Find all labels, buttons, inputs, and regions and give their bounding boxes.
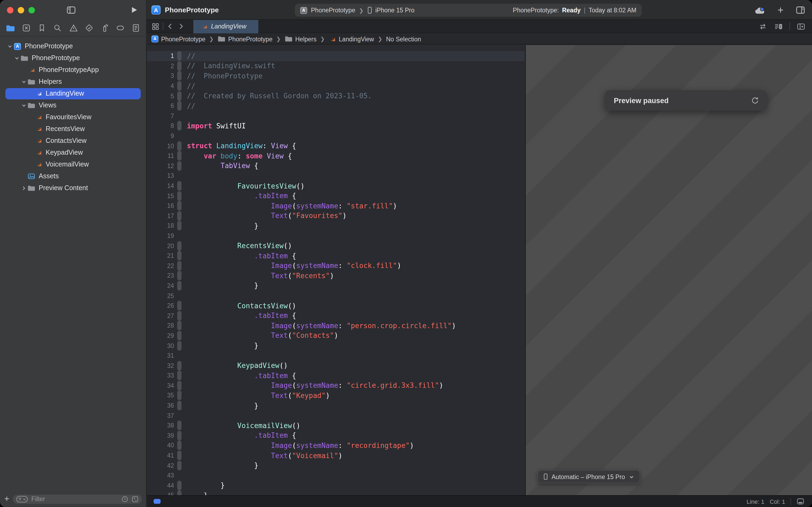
code-line-43[interactable]: 43 (147, 470, 525, 481)
sidebar-item-phoneprototype[interactable]: PhonePrototype (0, 52, 146, 64)
cloud-activity-icon[interactable] (754, 6, 766, 14)
code-line-13[interactable]: 13 (147, 171, 525, 181)
code-line-12[interactable]: 12 TabView { (147, 161, 525, 171)
close-window-button[interactable] (7, 7, 13, 13)
code-line-36[interactable]: 36 } (147, 401, 525, 410)
code-line-37[interactable]: 37 (147, 410, 525, 420)
tab-landingview[interactable]: LandingView (193, 19, 258, 33)
sidebar-item-contactsview[interactable]: ContactsView (0, 135, 146, 147)
breadcrumb-item-helpers[interactable]: Helpers (285, 36, 316, 43)
code-line-20[interactable]: 20 RecentsView() (147, 241, 525, 251)
sidebar-item-landingview[interactable]: LandingView (0, 88, 146, 99)
sidebar-item-views[interactable]: Views (0, 99, 146, 111)
navigator-toggle-icon[interactable] (66, 5, 76, 15)
code-line-9[interactable]: 9 (147, 131, 525, 141)
tests-navigator-icon[interactable] (84, 23, 94, 33)
code-line-32[interactable]: 32 KeypadView() (147, 361, 525, 371)
code-line-35[interactable]: 35 Text("Keypad") (147, 390, 525, 400)
sidebar-item-keypadview[interactable]: KeypadView (0, 147, 146, 158)
scheme-project-button[interactable]: PhonePrototype (311, 7, 355, 13)
code-line-25[interactable]: 25 (147, 291, 525, 301)
code-line-11[interactable]: 11 var body: some View { (147, 151, 525, 161)
disclosure-chevron-icon[interactable] (21, 185, 26, 190)
filter-field[interactable]: Filter (13, 494, 142, 504)
sidebar-item-preview-content[interactable]: Preview Content (0, 182, 146, 194)
sidebar-item-recentsview[interactable]: RecentsView (0, 123, 146, 135)
zoom-window-button[interactable] (28, 7, 35, 13)
editor-options-icon[interactable] (774, 22, 783, 30)
add-file-button[interactable]: + (4, 494, 9, 504)
run-destination-button[interactable]: iPhone 15 Pro (375, 7, 415, 13)
code-line-31[interactable]: 31 (147, 351, 525, 361)
code-line-26[interactable]: 26 ContactsView() (147, 301, 525, 311)
reports-navigator-icon[interactable] (131, 23, 141, 33)
code-line-4[interactable]: 4// (147, 81, 525, 91)
disclosure-chevron-icon[interactable] (21, 79, 26, 84)
code-line-38[interactable]: 38 VoicemailView() (147, 420, 525, 431)
code-review-icon[interactable] (758, 22, 767, 30)
code-line-2[interactable]: 2// LandingView.swift (147, 61, 525, 71)
code-line-27[interactable]: 27 .tabItem { (147, 311, 525, 321)
editor-grid-view-icon[interactable] (152, 22, 160, 30)
code-line-10[interactable]: 10struct LandingView: View { (147, 141, 525, 151)
sidebar-item-voicemailview[interactable]: VoicemailView (0, 158, 146, 170)
bookmarks-navigator-icon[interactable] (37, 23, 47, 33)
disclosure-chevron-icon[interactable] (21, 103, 26, 108)
breakpoint-toggle-icon[interactable] (154, 499, 161, 504)
sidebar-item-favouritesview[interactable]: FavouritesView (0, 111, 146, 123)
code-line-41[interactable]: 41 Text("Voicemail") (147, 451, 525, 460)
code-line-21[interactable]: 21 .tabItem { (147, 251, 525, 261)
code-line-44[interactable]: 44 } (147, 481, 525, 490)
code-line-30[interactable]: 30 } (147, 340, 525, 350)
code-line-42[interactable]: 42 } (147, 460, 525, 470)
breadcrumb-item-phoneprototype[interactable]: PhonePrototype (218, 36, 273, 43)
code-line-34[interactable]: 34 Image(systemName: "circle.grid.3x3.fi… (147, 381, 525, 390)
breadcrumb-item-landingview[interactable]: LandingView (329, 35, 374, 43)
disclosure-chevron-icon[interactable] (14, 56, 19, 60)
source-editor[interactable]: 1//2// LandingView.swift3// PhonePrototy… (147, 45, 525, 495)
activity-status[interactable]: PhonePrototype: Ready | Today at 8:02 AM (513, 7, 636, 13)
code-line-39[interactable]: 39 .tabItem { (147, 431, 525, 440)
code-line-40[interactable]: 40 Image(systemName: "recordingtape") (147, 440, 525, 450)
code-line-28[interactable]: 28 Image(systemName: "person.crop.circle… (147, 321, 525, 331)
debug-navigator-icon[interactable] (100, 23, 110, 33)
code-line-33[interactable]: 33 .tabItem { (147, 371, 525, 381)
project-navigator-icon[interactable] (5, 23, 15, 33)
breakpoints-navigator-icon[interactable] (115, 23, 125, 33)
recent-files-clock-icon[interactable] (121, 496, 128, 502)
preview-device-selector[interactable]: Automatic – iPhone 15 Pro (537, 470, 640, 484)
code-line-29[interactable]: 29 Text("Contacts") (147, 331, 525, 340)
sidebar-item-helpers[interactable]: Helpers (0, 76, 146, 88)
sidebar-item-phoneprototypeapp[interactable]: PhonePrototypeApp (0, 64, 146, 76)
code-line-8[interactable]: 8import SwiftUI (147, 121, 525, 131)
breadcrumb-item-no-selection[interactable]: No Selection (386, 36, 421, 42)
editor-layout-icon[interactable] (797, 498, 805, 505)
split-editor-icon[interactable] (797, 22, 806, 30)
back-button[interactable] (167, 22, 174, 30)
issues-navigator-icon[interactable] (68, 23, 78, 33)
sidebar-item-phoneprototype[interactable]: APhonePrototype (0, 40, 146, 52)
code-line-6[interactable]: 6// (147, 101, 525, 111)
code-line-45[interactable]: 45 } (147, 490, 525, 495)
code-line-5[interactable]: 5// Created by Russell Gordon on 2023-11… (147, 91, 525, 101)
code-line-14[interactable]: 14 FavouritesView() (147, 181, 525, 191)
breadcrumb-item-phoneprototype[interactable]: APhonePrototype (152, 36, 206, 43)
code-line-19[interactable]: 19 (147, 231, 525, 241)
resume-preview-icon[interactable] (751, 96, 759, 105)
find-navigator-icon[interactable] (53, 23, 63, 33)
disclosure-chevron-icon[interactable] (7, 44, 12, 49)
code-line-18[interactable]: 18 } (147, 221, 525, 231)
code-line-16[interactable]: 16 Image(systemName: "star.fill") (147, 201, 525, 211)
code-line-7[interactable]: 7 (147, 111, 525, 121)
code-line-3[interactable]: 3// PhonePrototype (147, 71, 525, 81)
sidebar-item-assets[interactable]: Assets (0, 170, 146, 182)
code-line-17[interactable]: 17 Text("Favourites") (147, 211, 525, 221)
forward-button[interactable] (177, 22, 185, 30)
add-button[interactable]: + (777, 5, 784, 15)
minimize-window-button[interactable] (18, 7, 24, 13)
source-control-navigator-icon[interactable] (21, 23, 31, 33)
code-line-15[interactable]: 15 .tabItem { (147, 191, 525, 201)
code-line-24[interactable]: 24 } (147, 281, 525, 291)
code-line-1[interactable]: 1// (147, 51, 525, 61)
code-line-23[interactable]: 23 Text("Recents") (147, 271, 525, 281)
